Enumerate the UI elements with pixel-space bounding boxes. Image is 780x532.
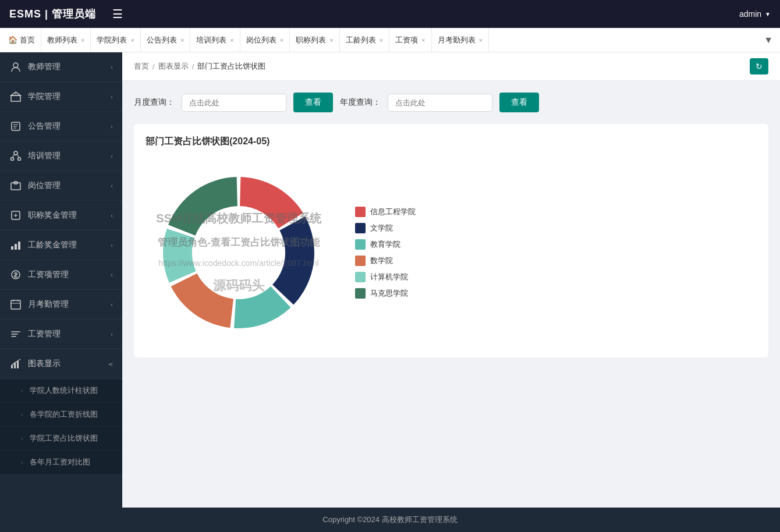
title-bonus-icon — [9, 209, 22, 222]
sidebar-sub-college-salary-line[interactable]: › 各学院的工资折线图 — [0, 403, 122, 427]
legend-item: 教育学院 — [355, 239, 416, 250]
tab-close-college-list[interactable]: × — [130, 37, 134, 44]
legend-item: 数学院 — [355, 256, 416, 266]
refresh-icon: ↻ — [756, 62, 763, 71]
tab-title-list[interactable]: 职称列表 × — [290, 28, 339, 52]
sidebar-item-monthly-attendance-mgmt[interactable]: 月考勤管理 ‹ — [0, 290, 122, 320]
legend-color-swatch — [355, 207, 366, 217]
salary-item-icon — [9, 268, 22, 281]
legend-label: 文学院 — [370, 223, 393, 233]
tab-close-monthly-attendance[interactable]: × — [479, 37, 483, 44]
tab-close-teacher-list[interactable]: × — [81, 37, 84, 44]
tab-home[interactable]: 🏠 首页 — [2, 28, 41, 52]
tab-training-list[interactable]: 培训列表 × — [190, 28, 240, 52]
legend-color-swatch — [355, 239, 366, 250]
svg-point-0 — [13, 63, 18, 68]
legend-item: 计算机学院 — [355, 272, 416, 282]
sidebar: 教师管理 ‹ 学院管理 ‹ 公告管理 ‹ 培训管理 ‹ — [0, 52, 122, 508]
tab-more-button[interactable]: ▼ — [759, 35, 778, 45]
legend-label: 数学院 — [370, 256, 393, 266]
sidebar-item-chart-display[interactable]: 图表显示 ∨ — [0, 349, 122, 379]
sidebar-item-salary-item-mgmt[interactable]: 工资项管理 ‹ — [0, 260, 122, 290]
tab-monthly-attendance[interactable]: 月考勤列表 × — [432, 28, 489, 52]
tab-college-list[interactable]: 学院列表 × — [91, 28, 140, 52]
svg-rect-12 — [18, 242, 20, 250]
chart-section: 部门工资占比饼状图(2024-05) SSM在线高校教师工资管理系统 管理员角色… — [134, 124, 768, 357]
sidebar-item-training-mgmt[interactable]: 培训管理 ‹ — [0, 141, 122, 171]
tab-close-position-list[interactable]: × — [280, 37, 283, 44]
svg-point-4 — [14, 151, 17, 155]
breadcrumb-home[interactable]: 首页 — [134, 61, 149, 72]
sidebar-item-teacher-mgmt[interactable]: 教师管理 ‹ — [0, 52, 122, 82]
tab-close-title-list[interactable]: × — [329, 37, 333, 44]
top-header: ESMS | 管理员端 ☰ admin ▼ — [0, 0, 780, 28]
main-layout: 教师管理 ‹ 学院管理 ‹ 公告管理 ‹ 培训管理 ‹ — [0, 52, 780, 508]
tab-teacher-list[interactable]: 教师列表 × — [41, 28, 91, 52]
month-query-input[interactable] — [182, 94, 286, 112]
svg-point-2 — [15, 93, 16, 94]
svg-rect-15 — [11, 365, 13, 368]
training-icon — [9, 150, 22, 162]
refresh-button[interactable]: ↻ — [750, 58, 768, 75]
sidebar-item-title-bonus-mgmt[interactable]: 职称奖金管理 ‹ — [0, 201, 122, 230]
breadcrumb-parent[interactable]: 图表显示 — [158, 61, 189, 72]
sidebar-item-notice-mgmt[interactable]: 公告管理 ‹ — [0, 112, 122, 141]
tab-close-training-list[interactable]: × — [230, 37, 233, 44]
footer-text: Copyright ©2024 高校教师工资管理系统 — [322, 515, 457, 524]
donut-chart-svg — [146, 159, 332, 346]
legend-label: 教育学院 — [370, 239, 400, 250]
breadcrumb-bar: 首页 / 图表显示 / 部门工资占比饼状图 ↻ — [122, 52, 780, 81]
year-query-label: 年度查询： — [340, 97, 381, 108]
username: admin — [739, 9, 761, 19]
monthly-attendance-icon — [9, 298, 22, 311]
tab-bar: 🏠 首页 教师列表 × 学院列表 × 公告列表 × 培训列表 × 岗位列表 × … — [0, 28, 780, 52]
footer: Copyright ©2024 高校教师工资管理系统 — [0, 508, 780, 532]
tab-close-salary-item[interactable]: × — [421, 37, 425, 44]
tab-close-notice-list[interactable]: × — [180, 37, 184, 44]
teacher-icon — [9, 61, 22, 73]
tab-position-list[interactable]: 岗位列表 × — [240, 28, 290, 52]
sidebar-item-position-mgmt[interactable]: 岗位管理 ‹ — [0, 171, 122, 201]
sidebar-item-seniority-bonus-mgmt[interactable]: 工龄奖金管理 ‹ — [0, 230, 122, 260]
year-query-input[interactable] — [388, 94, 492, 112]
home-icon: 🏠 — [8, 36, 17, 44]
legend-item: 文学院 — [355, 223, 416, 233]
legend-label: 马克思学院 — [370, 288, 408, 299]
sidebar-item-salary-mgmt[interactable]: 工资管理 ‹ — [0, 320, 122, 349]
legend-label: 信息工程学院 — [370, 207, 416, 217]
legend-color-swatch — [355, 288, 366, 299]
breadcrumb-current: 部门工资占比饼状图 — [197, 61, 265, 72]
position-icon — [9, 179, 22, 192]
tab-notice-list[interactable]: 公告列表 × — [141, 28, 190, 52]
legend-label: 计算机学院 — [370, 272, 408, 282]
svg-rect-14 — [11, 300, 20, 309]
tab-close-seniority-list[interactable]: × — [380, 37, 383, 44]
tab-salary-item[interactable]: 工资项 × — [389, 28, 431, 52]
hamburger-icon[interactable]: ☰ — [112, 7, 123, 21]
seniority-bonus-icon — [9, 239, 22, 251]
sidebar-item-college-mgmt[interactable]: 学院管理 ‹ — [0, 82, 122, 112]
salary-mgmt-icon — [9, 328, 22, 341]
legend-color-swatch — [355, 223, 366, 233]
month-query-button[interactable]: 查看 — [293, 93, 333, 112]
svg-point-6 — [18, 158, 21, 161]
sidebar-sub-college-count-bar[interactable]: › 学院人数统计柱状图 — [0, 379, 122, 403]
legend-color-swatch — [355, 256, 366, 266]
svg-rect-1 — [11, 95, 20, 101]
tab-seniority-list[interactable]: 工龄列表 × — [340, 28, 389, 52]
sidebar-sub-annual-salary-compare[interactable]: › 各年月工资对比图 — [0, 451, 122, 474]
query-bar: 月度查询： 查看 年度查询： 查看 — [134, 93, 768, 112]
legend-item: 信息工程学院 — [355, 207, 416, 217]
content-area: 首页 / 图表显示 / 部门工资占比饼状图 ↻ 月度查询： 查看 年度查询： 查… — [122, 52, 780, 508]
legend-color-swatch — [355, 272, 366, 282]
notice-icon — [9, 120, 22, 133]
page-content: 月度查询： 查看 年度查询： 查看 部门工资占比饼状图(2024-05) SSM… — [122, 81, 780, 508]
year-query-button[interactable]: 查看 — [499, 93, 539, 112]
svg-point-5 — [11, 158, 14, 161]
sidebar-sub-college-salary-pie[interactable]: › 学院工资占比饼状图 — [0, 427, 122, 451]
user-info[interactable]: admin ▼ — [739, 9, 771, 19]
svg-rect-10 — [11, 246, 13, 250]
breadcrumb: 首页 / 图表显示 / 部门工资占比饼状图 — [134, 61, 265, 72]
chart-container: SSM在线高校教师工资管理系统 管理员角色-查看工资占比饼状图功能 https:… — [146, 159, 757, 346]
svg-rect-11 — [15, 244, 17, 250]
